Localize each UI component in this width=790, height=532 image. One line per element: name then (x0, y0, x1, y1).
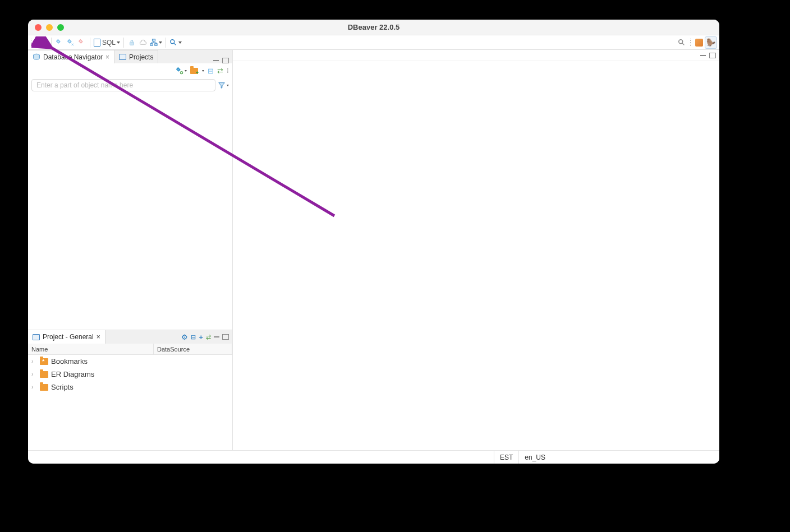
project-tabbar: Project - General × ⚙ ⊟ + ⇄ (28, 330, 232, 344)
tree-dots-icon: ⁞ (227, 67, 229, 75)
bookmarks-folder-icon (40, 358, 48, 365)
minimize-window-button[interactable] (46, 24, 53, 31)
maximize-view-button[interactable] (709, 53, 716, 58)
toolbar-handle-icon (30, 38, 32, 47)
project-icon (33, 334, 40, 340)
new-folder-button[interactable]: + (190, 68, 204, 74)
tree-label: ER Diagrams (51, 370, 94, 378)
create-resource-button[interactable]: + (199, 333, 203, 341)
tree-item-er-diagrams[interactable]: › ER Diagrams (28, 368, 232, 381)
project-table-header: Name DataSource (28, 344, 232, 355)
sql-label: SQL (102, 39, 116, 47)
tab-label: Projects (129, 53, 153, 61)
column-name[interactable]: Name (28, 344, 154, 354)
tree-item-bookmarks[interactable]: › Bookmarks (28, 355, 232, 368)
filter-input[interactable] (31, 79, 215, 91)
new-connection-button[interactable] (33, 36, 49, 49)
zoom-window-button[interactable] (57, 24, 64, 31)
titlebar: DBeaver 22.0.5 (28, 20, 719, 35)
tab-database-navigator[interactable]: Database Navigator × (28, 50, 114, 63)
quick-access-button[interactable] (676, 36, 687, 49)
editor-empty-area (233, 61, 719, 450)
chevron-right-icon[interactable]: › (31, 384, 37, 390)
statusbar: EST en_US (28, 450, 719, 464)
close-tab-button[interactable]: × (105, 53, 109, 61)
global-search-button[interactable] (168, 36, 183, 49)
maximize-view-button[interactable] (222, 58, 229, 63)
svg-rect-1 (130, 42, 134, 45)
chevron-right-icon[interactable]: › (31, 358, 37, 364)
view-menu-button[interactable]: ⁞ (227, 67, 229, 75)
toolbar-separator (166, 38, 166, 48)
window-title: DBeaver 22.0.5 (28, 23, 719, 31)
navigator-tree[interactable] (28, 94, 232, 330)
window-controls (28, 24, 64, 31)
reconnect-button[interactable] (65, 36, 76, 49)
column-datasource[interactable]: DataSource (154, 344, 232, 354)
tab-projects[interactable]: Projects (114, 50, 158, 63)
chevron-right-icon[interactable]: › (31, 371, 37, 377)
filter-config-button[interactable] (218, 81, 229, 89)
main-toolbar: SQL 🦫 (28, 35, 719, 50)
configure-columns-button[interactable]: ⚙ (181, 333, 188, 341)
commit-mode-button[interactable] (126, 36, 137, 49)
minimize-view-button[interactable] (213, 60, 219, 61)
transaction-button[interactable] (137, 36, 149, 49)
tree-label: Bookmarks (51, 357, 88, 366)
link-editor-button[interactable]: ⇄ (217, 67, 223, 75)
lock-icon (128, 39, 136, 47)
diagram-icon (150, 39, 158, 47)
schema-button[interactable] (149, 36, 163, 49)
minimize-view-button[interactable] (214, 336, 219, 337)
filter-row (28, 78, 232, 94)
left-column: Database Navigator × Projects (28, 50, 233, 450)
toolbar-separator (51, 38, 52, 48)
sql-page-icon (94, 39, 100, 47)
perspective-icon (695, 39, 703, 47)
tab-label: Project - General (43, 333, 94, 341)
new-connection-nav-button[interactable] (176, 67, 187, 75)
close-tab-button[interactable]: × (97, 333, 100, 341)
project-tree[interactable]: › Bookmarks › ER Diagrams › Scripts (28, 355, 232, 450)
funnel-icon (218, 81, 226, 89)
refresh-project-button[interactable]: ⇄ (206, 334, 211, 341)
svg-point-5 (171, 39, 174, 43)
tree-label: Scripts (51, 383, 74, 391)
tab-project-general[interactable]: Project - General × (28, 330, 105, 344)
toolbar-separator (90, 38, 90, 48)
tree-item-scripts[interactable]: › Scripts (28, 381, 232, 394)
maximize-view-button[interactable] (222, 334, 229, 340)
collapse-icon: ⊟ (208, 67, 214, 75)
link-arrows-icon: ⇄ (217, 67, 223, 75)
toolbar-separator (123, 38, 124, 48)
tab-label: Database Navigator (43, 53, 103, 61)
editor-area (233, 50, 719, 450)
folder-icon (40, 384, 48, 391)
connect-button[interactable] (54, 36, 65, 49)
beaver-icon: 🦫 (706, 38, 715, 47)
minimize-view-button[interactable] (700, 55, 706, 56)
svg-rect-2 (152, 39, 155, 41)
folder-icon (40, 371, 48, 378)
close-window-button[interactable] (35, 24, 42, 31)
svg-rect-4 (155, 43, 157, 45)
database-icon (33, 53, 40, 61)
app-window: DBeaver 22.0.5 SQL (28, 20, 719, 464)
open-perspective-button[interactable] (693, 36, 705, 49)
collapse-all-project-button[interactable]: ⊟ (191, 334, 196, 341)
search-icon (169, 39, 177, 47)
editor-tabbar (233, 50, 719, 61)
svg-point-6 (679, 39, 683, 43)
status-timezone: EST (494, 451, 518, 464)
plus-badge-icon: + (196, 70, 199, 76)
disconnect-button[interactable] (76, 36, 88, 49)
sql-editor-button[interactable]: SQL (93, 36, 121, 49)
project-icon (119, 54, 126, 60)
svg-rect-3 (150, 43, 153, 45)
navigator-tabbar: Database Navigator × Projects (28, 50, 232, 63)
collapse-all-button[interactable]: ⊟ (208, 67, 214, 75)
cloud-icon (139, 39, 148, 47)
project-panel: Project - General × ⚙ ⊟ + ⇄ Name (28, 330, 232, 450)
search-icon (678, 39, 686, 47)
dbeaver-perspective-button[interactable]: 🦫 (705, 36, 717, 49)
